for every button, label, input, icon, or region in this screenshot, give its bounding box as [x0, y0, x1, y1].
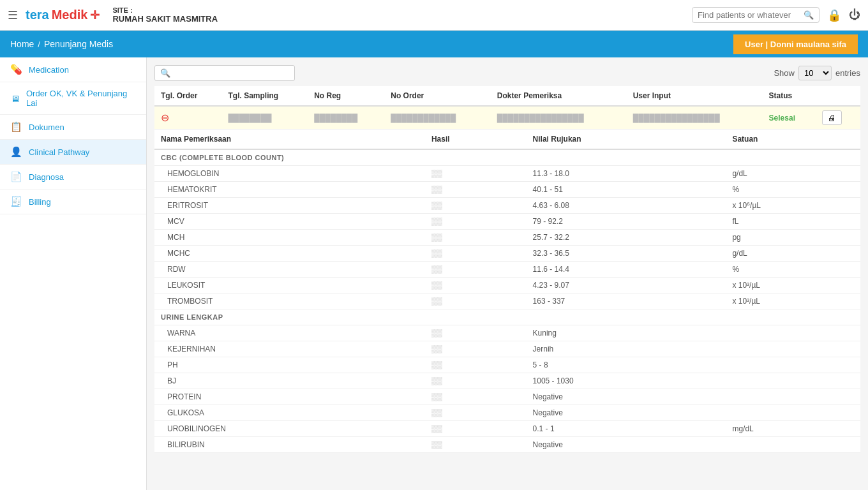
sidebar-item-dokumen[interactable]: 📋 Dokumen — [0, 115, 146, 140]
sidebar-item-label: Clinical Pathway — [29, 147, 89, 157]
breadcrumb-home[interactable]: Home — [10, 39, 34, 49]
cell-expand[interactable]: ⊖ — [154, 106, 222, 130]
list-item: MCH ▒▒ 25.7 - 32.2 pg — [154, 230, 860, 246]
satuan: % — [726, 262, 860, 278]
sidebar-item-diagnosa[interactable]: 📄 Diagnosa — [0, 165, 146, 189]
diagnosa-icon: 📄 — [10, 171, 22, 182]
nama-pemeriksaan: RDW — [154, 262, 425, 278]
nilai-rujukan: 40.1 - 51 — [527, 182, 726, 198]
print-button[interactable]: 🖨 — [822, 110, 842, 125]
global-search-input[interactable] — [698, 10, 801, 20]
show-entries: Show 10 25 50 100 entries — [774, 66, 860, 80]
list-item: TROMBOSIT ▒▒ 163 - 337 x 10³/µL — [154, 293, 860, 309]
order-table: Tgl. Order Tgl. Sampling No Reg No Order… — [154, 86, 860, 130]
nama-pemeriksaan: GLUKOSA — [154, 405, 425, 421]
col-satuan: Satuan — [726, 130, 860, 149]
nilai-rujukan: Jernih — [527, 341, 726, 357]
nilai-rujukan: Negative — [527, 405, 726, 421]
col-tgl-order: Tgl. Order — [154, 86, 222, 106]
list-item: RDW ▒▒ 11.6 - 14.4 % — [154, 262, 860, 278]
col-hasil: Hasil — [425, 130, 527, 149]
satuan — [726, 373, 860, 389]
nama-pemeriksaan: PH — [154, 357, 425, 373]
medication-icon: 💊 — [10, 64, 22, 75]
satuan: % — [726, 182, 860, 198]
hasil: ▒▒ — [425, 341, 527, 357]
sidebar-item-order-ok[interactable]: 🖥 Order OK, VK & Penunjang Lai — [0, 82, 146, 115]
list-item: GLUKOSA ▒▒ Negative — [154, 405, 860, 421]
nama-pemeriksaan: LEUKOSIT — [154, 278, 425, 293]
hasil: ▒▒ — [425, 293, 527, 309]
sidebar-item-label: Diagnosa — [29, 172, 64, 182]
search-icon: 🔍 — [804, 10, 814, 20]
user-button[interactable]: User | Donni maulana sifa — [733, 34, 858, 54]
hasil: ▒▒ — [425, 166, 527, 182]
cell-tgl-sampling: ████████ — [222, 106, 308, 130]
satuan — [726, 389, 860, 405]
hasil: ▒▒ — [425, 230, 527, 246]
table-search-icon: 🔍 — [160, 68, 170, 78]
hasil: ▒▒ — [425, 405, 527, 421]
nilai-rujukan: Negative — [527, 437, 726, 453]
list-item: KEJERNIHAN ▒▒ Jernih — [154, 341, 860, 357]
sidebar-item-medication[interactable]: 💊 Medication — [0, 57, 146, 82]
table-controls: 🔍 Show 10 25 50 100 entries — [154, 65, 860, 81]
sidebar-item-label: Billing — [29, 197, 51, 207]
list-item: WARNA ▒▒ Kuning — [154, 325, 860, 341]
main-layout: 💊 Medication 🖥 Order OK, VK & Penunjang … — [0, 57, 868, 490]
sidebar: 💊 Medication 🖥 Order OK, VK & Penunjang … — [0, 57, 147, 490]
sidebar-item-clinical-pathway[interactable]: 👤 Clinical Pathway — [0, 140, 146, 165]
hasil: ▒▒ — [425, 437, 527, 453]
nama-pemeriksaan: KEJERNIHAN — [154, 341, 425, 357]
category-row: URINE LENGKAP — [154, 309, 860, 325]
per-page-select[interactable]: 10 25 50 100 — [798, 66, 832, 80]
nilai-rujukan: 11.3 - 18.0 — [527, 166, 726, 182]
list-item: HEMOGLOBIN ▒▒ 11.3 - 18.0 g/dL — [154, 166, 860, 182]
satuan — [726, 437, 860, 453]
nilai-rujukan: 79 - 92.2 — [527, 214, 726, 230]
sidebar-item-billing[interactable]: 🧾 Billing — [0, 189, 146, 214]
table-search-input[interactable] — [170, 68, 289, 78]
breadcrumb-separator: / — [38, 40, 40, 49]
table-search-box[interactable]: 🔍 — [154, 65, 295, 81]
satuan: x 10⁶/µL — [726, 198, 860, 214]
nama-pemeriksaan: HEMOGLOBIN — [154, 166, 425, 182]
table-header-row: Tgl. Order Tgl. Sampling No Reg No Order… — [154, 86, 860, 106]
hasil: ▒▒ — [425, 357, 527, 373]
col-no-order: No Order — [384, 86, 491, 106]
col-dokter: Dokter Pemeriksa — [491, 86, 627, 106]
col-tgl-sampling: Tgl. Sampling — [222, 86, 308, 106]
hasil: ▒▒ — [425, 373, 527, 389]
power-icon[interactable]: ⏻ — [849, 8, 860, 22]
clinical-pathway-icon: 👤 — [10, 146, 22, 158]
dokumen-icon: 📋 — [10, 121, 22, 133]
logo-area: teraMedik✛ — [26, 8, 100, 22]
nilai-rujukan: Negative — [527, 389, 726, 405]
hasil: ▒▒ — [425, 182, 527, 198]
list-item: MCV ▒▒ 79 - 92.2 fL — [154, 214, 860, 230]
satuan: pg — [726, 230, 860, 246]
satuan: fL — [726, 214, 860, 230]
satuan: x 10³/µL — [726, 293, 860, 309]
sub-table: Nama Pemeriksaan Hasil Nilai Rujukan Sat… — [154, 130, 860, 453]
expand-icon[interactable]: ⊖ — [161, 112, 169, 123]
nilai-rujukan: 5 - 8 — [527, 357, 726, 373]
entries-label: entries — [835, 68, 860, 78]
nilai-rujukan: Kuning — [527, 325, 726, 341]
satuan: g/dL — [726, 246, 860, 262]
col-actions — [816, 86, 860, 106]
cell-no-order: ████████████ — [384, 106, 491, 130]
nama-pemeriksaan: PROTEIN — [154, 389, 425, 405]
nama-pemeriksaan: TROMBOSIT — [154, 293, 425, 309]
hamburger-menu[interactable]: ☰ — [8, 8, 18, 22]
hasil: ▒▒ — [425, 421, 527, 437]
sidebar-item-label: Order OK, VK & Penunjang Lai — [26, 89, 136, 108]
lock-icon[interactable]: 🔒 — [827, 8, 841, 22]
sidebar-item-label: Dokumen — [29, 122, 64, 132]
cell-print[interactable]: 🖨 — [816, 106, 860, 130]
cell-no-reg: ████████ — [308, 106, 384, 130]
main-content: 🔍 Show 10 25 50 100 entries Tgl. Order T… — [147, 57, 868, 490]
sub-table-header: Nama Pemeriksaan Hasil Nilai Rujukan Sat… — [154, 130, 860, 149]
global-search-box[interactable]: 🔍 — [692, 7, 819, 23]
order-ok-icon: 🖥 — [10, 93, 20, 104]
